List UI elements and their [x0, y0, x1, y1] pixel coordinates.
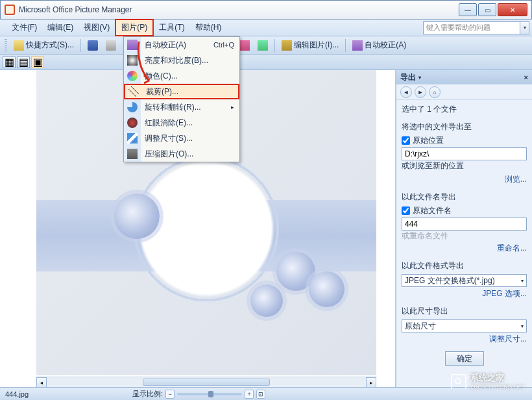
zoom-slider[interactable]: [177, 393, 242, 395]
menu-edit[interactable]: 编辑(E): [42, 20, 79, 35]
filename-input[interactable]: [402, 218, 527, 231]
separator: [274, 39, 275, 52]
minimize-button[interactable]: ―: [459, 3, 477, 16]
menu-help[interactable]: 帮助(H): [190, 20, 227, 35]
maximize-button[interactable]: ▭: [478, 3, 496, 16]
nav-forward-button[interactable]: ►: [415, 86, 426, 98]
resize-icon: [127, 133, 138, 144]
taskpane-nav: ◄ ► ⌂: [396, 84, 532, 100]
menu-color[interactable]: 颜色(C)...: [124, 68, 239, 84]
help-search-input[interactable]: 键入需要帮助的问题: [423, 21, 520, 34]
title-bar: Microsoft Office Picture Manager ― ▭ ✕: [0, 0, 532, 19]
taskpane-menu-button[interactable]: ▾: [418, 75, 421, 81]
menu-auto-correct[interactable]: 自动校正(A) Ctrl+Q: [124, 37, 239, 53]
brightness-icon: [127, 55, 138, 66]
save-icon: [88, 40, 98, 51]
shortcut-icon: [14, 40, 24, 51]
edit-c-button[interactable]: [254, 38, 271, 53]
close-button[interactable]: ✕: [498, 3, 527, 16]
selected-count: 选中了 1 个文件: [402, 104, 527, 115]
picture-dropdown-menu: 自动校正(A) Ctrl+Q 亮度和对比度(B)... 颜色(C)... 裁剪(…: [123, 36, 240, 162]
window-controls: ― ▭ ✕: [457, 3, 527, 16]
scroll-track[interactable]: [47, 377, 366, 387]
ok-label: 确定: [457, 353, 472, 364]
separator: [345, 39, 346, 52]
nav-home-button[interactable]: ⌂: [429, 86, 441, 98]
auto-correct-icon: [127, 40, 138, 50]
menu-picture[interactable]: 图片(P): [115, 19, 154, 36]
zoom-out-button[interactable]: −: [165, 390, 175, 399]
auto-correct-icon: [352, 40, 363, 51]
menu-view[interactable]: 视图(V): [79, 20, 115, 35]
original-filename-input[interactable]: [402, 206, 410, 215]
scroll-right-button[interactable]: ▸: [366, 377, 376, 387]
ok-button[interactable]: 确定: [445, 351, 484, 366]
original-filename-checkbox[interactable]: 原始文件名: [402, 205, 527, 216]
print-icon: [106, 40, 116, 51]
original-location-checkbox[interactable]: 原始位置: [402, 135, 527, 146]
original-location-label: 原始位置: [413, 135, 444, 146]
help-dropdown-button[interactable]: ▾: [520, 21, 529, 34]
shortcut-button[interactable]: 快捷方式(S)...: [10, 38, 77, 53]
rotate-label: 旋转和翻转(R)...: [145, 102, 231, 113]
edit-picture-button[interactable]: 编辑图片(I)...: [278, 38, 342, 53]
watermark-url: ZHONGXITONG.NET: [470, 384, 526, 390]
format-select[interactable]: JPEG 文件交换格式(*.jpg) ▾: [402, 274, 527, 287]
original-location-input[interactable]: [402, 136, 410, 145]
chevron-down-icon: ▾: [521, 278, 524, 284]
export-format-label: 以此文件格式导出: [402, 260, 527, 271]
view-single[interactable]: ▣: [31, 56, 44, 68]
jpeg-options-link[interactable]: JPEG 选项...: [402, 288, 527, 299]
toolbar-grip[interactable]: [5, 39, 7, 52]
watermark: 系统之家 ZHONGXITONG.NET: [451, 372, 526, 390]
redeye-icon: [127, 118, 138, 128]
brightness-label: 亮度和对比度(B)...: [145, 55, 234, 66]
size-select[interactable]: 原始尺寸 ▾: [402, 319, 527, 332]
task-pane: 导出 ▾ × ◄ ► ⌂ 选中了 1 个文件 将选中的文件导出至 原始位置 或浏…: [396, 70, 532, 387]
export-size-label: 以此尺寸导出: [402, 306, 527, 317]
auto-correct-button[interactable]: 自动校正(A): [349, 38, 409, 53]
color-label: 颜色(C)...: [145, 71, 234, 82]
menu-bar: 文件(F) 编辑(E) 视图(V) 图片(P) 工具(T) 帮助(H) 键入需要…: [0, 19, 532, 36]
menu-file[interactable]: 文件(F): [6, 20, 42, 35]
compress-label: 压缩图片(O)...: [145, 149, 234, 160]
zoom-fit-button[interactable]: ⊡: [256, 390, 265, 399]
browse-link[interactable]: 浏览...: [402, 174, 527, 185]
toolbar: 快捷方式(S)... % ▾ 编辑图片(I)... 自动校正(A): [0, 36, 532, 55]
submenu-arrow-icon: ▸: [231, 104, 234, 110]
image-decor: [114, 194, 160, 239]
resize-link[interactable]: 调整尺寸...: [402, 334, 527, 345]
app-icon: [5, 5, 15, 15]
tool-icon: [258, 40, 268, 51]
auto-correct-label: 自动校正(A): [145, 40, 213, 51]
edit-picture-label: 编辑图片(I)...: [294, 40, 339, 51]
auto-correct-label: 自动校正(A): [365, 40, 406, 51]
rotate-icon: [127, 102, 138, 112]
separator: [80, 39, 81, 52]
scroll-left-button[interactable]: ◂: [36, 377, 47, 387]
redeye-label: 红眼消除(E)...: [145, 118, 234, 129]
help-placeholder: 键入需要帮助的问题: [426, 23, 490, 32]
taskpane-close-button[interactable]: ×: [524, 73, 528, 81]
resize-label: 调整尺寸(S)...: [145, 133, 234, 144]
status-filename: 444.jpg: [5, 390, 29, 398]
image-decor: [309, 271, 345, 307]
menu-brightness[interactable]: 亮度和对比度(B)...: [124, 53, 239, 68]
view-filmstrip[interactable]: ▤: [17, 56, 30, 68]
save-button[interactable]: [84, 38, 101, 53]
menu-redeye[interactable]: 红眼消除(E)...: [124, 115, 239, 131]
menu-rotate[interactable]: 旋转和翻转(R)... ▸: [124, 99, 239, 115]
rename-link[interactable]: 重命名...: [402, 243, 527, 254]
menu-resize[interactable]: 调整尺寸(S)...: [124, 131, 239, 146]
zoom-in-button[interactable]: +: [245, 390, 254, 399]
scroll-thumb[interactable]: [143, 379, 271, 386]
menu-compress[interactable]: 压缩图片(O)...: [124, 146, 239, 162]
horizontal-scrollbar[interactable]: ◂ ▸: [36, 377, 376, 387]
print-button[interactable]: [103, 38, 119, 53]
menu-crop[interactable]: 裁剪(P)...: [124, 84, 239, 99]
export-path-input[interactable]: [402, 147, 527, 160]
nav-back-button[interactable]: ◄: [400, 86, 412, 98]
menu-tools[interactable]: 工具(T): [154, 20, 189, 35]
tool-icon: [239, 40, 250, 51]
view-thumbnails[interactable]: ▦: [3, 56, 16, 68]
